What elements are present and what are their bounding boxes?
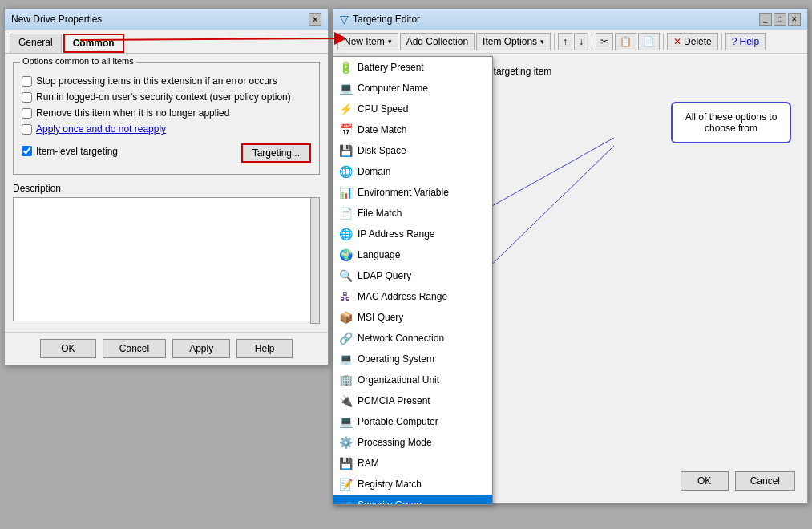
menu-icon-10: 🔍 [338, 269, 353, 283]
maximize-button[interactable]: □ [774, 13, 786, 26]
checkbox-row-4: Apply once and do not reapply [22, 123, 311, 135]
menu-item-disk-space[interactable]: 💾Disk Space [333, 140, 492, 161]
checkbox-run-loggedon[interactable] [22, 92, 32, 103]
menu-icon-6: 📊 [338, 185, 353, 200]
menu-icon-20: 📝 [338, 477, 353, 491]
delete-x-icon: ✕ [673, 36, 681, 47]
description-scrollbar[interactable] [310, 197, 320, 324]
menu-item-mac-address-range[interactable]: 🖧MAC Address Range [333, 286, 492, 307]
menu-item-label: Network Connection [358, 333, 444, 344]
menu-item-label: LDAP Query [358, 270, 411, 281]
checkbox-row-1: Stop processing items in this extension … [22, 75, 311, 87]
menu-icon-0: 🔋 [338, 60, 353, 75]
menu-icon-14: 💻 [338, 352, 353, 366]
menu-item-label: Registry Match [358, 479, 422, 490]
minimize-button[interactable]: _ [759, 13, 772, 26]
menu-item-portable-computer[interactable]: 💻Portable Computer [333, 411, 492, 432]
menu-item-ldap-query[interactable]: 🔍LDAP Query [333, 265, 492, 286]
item-options-button[interactable]: Item Options [476, 33, 551, 50]
menu-item-pcmcia-present[interactable]: 🔌PCMCIA Present [333, 390, 492, 411]
description-textarea[interactable] [13, 197, 320, 321]
add-collection-button[interactable]: Add Collection [400, 33, 475, 50]
paste-button[interactable]: 📄 [638, 33, 660, 50]
menu-item-battery-present[interactable]: 🔋Battery Present [333, 57, 492, 78]
menu-item-network-connection[interactable]: 🔗Network Connection [333, 328, 492, 349]
menu-item-ram[interactable]: 💾RAM [333, 453, 492, 474]
svg-line-2 [478, 138, 614, 214]
new-item-button[interactable]: New Item [337, 33, 398, 50]
menu-item-security-group[interactable]: 👥Security Group [333, 495, 492, 505]
drive-properties-window: New Drive Properties ✕ General Common Op… [4, 8, 329, 365]
checkbox-item-level[interactable] [22, 146, 32, 156]
menu-item-label: Battery Present [358, 62, 424, 73]
menu-item-label: Computer Name [358, 83, 428, 94]
targeting-button[interactable]: Targeting... [241, 143, 311, 163]
targeting-toolbar: New Item Add Collection Item Options ↑ ↓… [333, 30, 807, 54]
targeting-filter-icon: ▽ [340, 13, 349, 26]
move-down-button[interactable]: ↓ [574, 33, 588, 50]
menu-icon-1: 💻 [338, 81, 353, 95]
drive-close-button[interactable]: ✕ [309, 13, 321, 26]
targeting-ok-button[interactable]: OK [681, 471, 729, 491]
menu-item-label: Security Group [358, 499, 422, 505]
menu-item-label: Environment Variable [358, 187, 449, 198]
menu-item-label: CPU Speed [358, 103, 408, 115]
delete-label: Delete [684, 36, 712, 47]
apply-button[interactable]: Apply [172, 339, 230, 358]
menu-item-computer-name[interactable]: 💻Computer Name [333, 78, 492, 99]
checkbox-stop-processing[interactable] [22, 76, 32, 87]
menu-icon-21: 👥 [338, 498, 353, 505]
menu-item-label: RAM [358, 458, 379, 469]
menu-item-operating-system[interactable]: 💻Operating System [333, 349, 492, 369]
copy-button[interactable]: 📋 [615, 33, 636, 50]
move-up-button[interactable]: ↑ [558, 33, 572, 50]
checkbox-apply-once[interactable] [22, 124, 32, 135]
cancel-button[interactable]: Cancel [103, 339, 166, 358]
callout-text: All of these options to choose from [685, 111, 778, 134]
drive-window-title: New Drive Properties [11, 14, 102, 25]
menu-item-label: MAC Address Range [358, 291, 447, 302]
menu-icon-7: 📄 [338, 206, 353, 220]
menu-item-label: Processing Mode [358, 437, 432, 448]
checkbox-row-2: Run in logged-on user's security context… [22, 91, 311, 103]
targeting-cancel-button[interactable]: Cancel [735, 471, 795, 491]
menu-item-file-match[interactable]: 📄File Match [333, 203, 492, 224]
menu-item-language[interactable]: 🌍Language [333, 244, 492, 265]
help-button[interactable]: Help [236, 339, 293, 358]
menu-item-ip-address-range[interactable]: 🌐IP Address Range [333, 224, 492, 244]
menu-icon-3: 📅 [338, 123, 353, 137]
menu-icon-2: ⚡ [338, 102, 353, 116]
drive-window-content: Options common to all items Stop process… [5, 54, 328, 332]
tab-common[interactable]: Common [63, 34, 124, 53]
menu-item-organizational-unit[interactable]: 🏢Organizational Unit [333, 369, 492, 390]
checkbox-label-5: Item-level targeting [36, 146, 118, 157]
close-button[interactable]: ✕ [788, 13, 801, 26]
new-item-label: New Item [344, 36, 385, 47]
menu-item-environment-variable[interactable]: 📊Environment Variable [333, 182, 492, 203]
ok-button[interactable]: OK [40, 339, 96, 358]
targeting-title-text: Targeting Editor [353, 14, 420, 25]
checkbox-remove-item[interactable] [22, 108, 32, 119]
menu-icon-13: 🔗 [338, 331, 353, 345]
menu-icon-17: 💻 [338, 414, 353, 429]
menu-item-domain[interactable]: 🌐Domain [333, 161, 492, 182]
item-options-label: Item Options [483, 36, 537, 47]
menu-icon-18: ⚙️ [338, 435, 353, 450]
checkbox-label-4[interactable]: Apply once and do not reapply [36, 123, 166, 135]
delete-button[interactable]: ✕ Delete [667, 33, 718, 50]
menu-item-label: Domain [358, 166, 390, 177]
menu-item-date-match[interactable]: 📅Date Match [333, 119, 492, 140]
targeting-row: Targeting... [241, 143, 311, 163]
menu-item-processing-mode[interactable]: ⚙️Processing Mode [333, 432, 492, 453]
menu-item-label: Date Match [358, 124, 406, 135]
help-button-toolbar[interactable]: ? Help [725, 33, 766, 50]
cut-button[interactable]: ✂ [596, 33, 613, 50]
menu-item-registry-match[interactable]: 📝Registry Match [333, 474, 492, 495]
group-box-label: Options common to all items [20, 56, 136, 66]
menu-icon-12: 📦 [338, 310, 353, 325]
menu-item-label: MSI Query [358, 312, 403, 323]
menu-item-cpu-speed[interactable]: ⚡CPU Speed [333, 99, 492, 119]
menu-item-msi-query[interactable]: 📦MSI Query [333, 307, 492, 328]
svg-line-3 [478, 146, 614, 278]
tab-general[interactable]: General [10, 34, 62, 53]
